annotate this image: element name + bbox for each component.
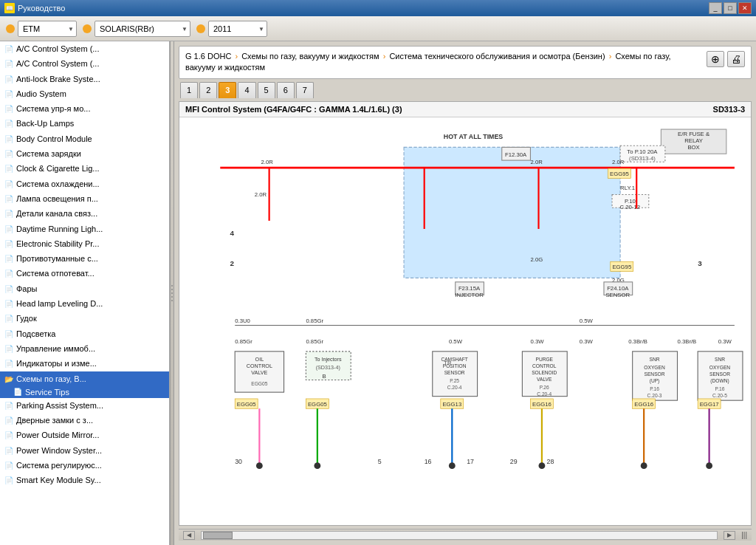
svg-text:28
          7
          87
  : 28 7 87 88 66 71 EGG21 EGG-K Engine — [547, 458, 554, 465]
scroll-indicator: ||| — [741, 531, 747, 539]
resize-dots — [171, 285, 173, 301]
service-tips-icon: 📄 — [13, 388, 22, 396]
ac1-icon: 📄 — [4, 44, 13, 54]
etm-dropdown[interactable]: ETM EWD SRM — [18, 21, 77, 37]
sidebar-item-ac2[interactable]: 📄 A/C Control System (... — [0, 56, 169, 71]
sidebar-item-detali[interactable]: 📄 Детали канала связ... — [0, 206, 169, 221]
breadcrumb-part2: Схемы по газу, вакууму и жидкостям — [241, 52, 379, 61]
svg-text:0.85Gr: 0.85Gr — [306, 338, 323, 345]
etm-dropdown-wrapper: ETM EWD SRM ▼ — [18, 21, 77, 37]
sidebar-item-audio[interactable]: 📄 Audio System — [0, 86, 169, 101]
tab-1[interactable]: 1 — [180, 82, 198, 98]
svg-text:0.85Gr: 0.85Gr — [235, 338, 252, 345]
tab-4[interactable]: 4 — [238, 82, 255, 98]
tab-3[interactable]: 3 — [219, 82, 236, 98]
svg-text:30: 30 — [235, 458, 242, 465]
sidebar-item-clock[interactable]: 📄 Clock & Cigarette Lig... — [0, 161, 169, 176]
scroll-thumb[interactable] — [203, 532, 233, 539]
sidebar-item-protivo[interactable]: 📄 Противотуманные с... — [0, 251, 169, 266]
svg-text:C.20-4: C.20-4 — [537, 391, 551, 396]
model-dropdown[interactable]: SOLARIS(RBr) ACCENT ELANTRA — [94, 21, 190, 37]
svg-text:P.16: P.16 — [650, 386, 659, 391]
sidebar-item-zaryadki[interactable]: 📄 Система зарядки — [0, 146, 169, 161]
tab-2[interactable]: 2 — [199, 82, 217, 98]
diagram-container: MFI Control System (G4FA/G4FC : GAMMA 1.… — [179, 101, 752, 526]
sidebar-item-sistema-reg[interactable]: 📄 Система регулируюс... — [0, 458, 169, 473]
breadcrumb-arrow3: › — [609, 52, 614, 61]
sidebar-item-immob[interactable]: 📄 Управление иммоб... — [0, 341, 169, 356]
svg-text:EGG95: EGG95 — [610, 171, 629, 177]
sidebar-item-power-window[interactable]: 📄 Power Window Syster... — [0, 443, 169, 458]
indikatory-icon: 📄 — [4, 359, 13, 369]
lampa-label: Лампа освещения п... — [16, 193, 166, 204]
zoom-in-button[interactable]: ⊕ — [707, 51, 724, 67]
svg-text:B: B — [323, 373, 326, 380]
svg-text:C.20-4: C.20-4 — [447, 384, 462, 389]
sidebar-item-lampa[interactable]: 📄 Лампа освещения п... — [0, 191, 169, 206]
tab-6[interactable]: 6 — [277, 82, 295, 98]
sistema-upr-label: Система упр-я мо... — [16, 103, 166, 114]
svg-text:2.0G: 2.0G — [530, 256, 543, 263]
svg-text:C.20-3: C.20-3 — [647, 393, 662, 398]
audio-label: Audio System — [16, 89, 166, 99]
diagram-content: HOT AT ALL TIMES E/R FUSE & RELAY BOX F1… — [179, 117, 751, 520]
sidebar-item-smart-key[interactable]: 📄 Smart Key Module Sy... — [0, 473, 169, 487]
svg-point-107 — [314, 462, 320, 469]
ohlazhd-icon: 📄 — [4, 179, 13, 189]
svg-text:16: 16 — [425, 458, 432, 465]
svg-text:F12.30A: F12.30A — [505, 151, 527, 157]
sidebar-item-gudok[interactable]: 📄 Гудок — [0, 311, 169, 326]
headlamp-icon: 📄 — [4, 299, 13, 309]
breadcrumb-controls: ⊕ 🖨 — [707, 51, 745, 67]
sidebar-item-electronic-stability[interactable]: 📄 Electronic Stability Pr... — [0, 236, 169, 251]
protivo-icon: 📄 — [4, 254, 13, 264]
svg-text:OXYGEN: OXYGEN — [644, 365, 665, 370]
scroll-left-button[interactable]: ◀ — [183, 531, 195, 540]
tab-7[interactable]: 7 — [296, 82, 314, 98]
close-button[interactable]: ✕ — [738, 2, 752, 14]
sidebar-item-ohlazhd[interactable]: 📄 Система охлаждени... — [0, 176, 169, 191]
scroll-right-button[interactable]: ▶ — [724, 531, 735, 540]
svg-text:0.3U0: 0.3U0 — [235, 318, 250, 324]
sidebar-item-headlamp[interactable]: 📄 Head lamp Leveling D... — [0, 296, 169, 311]
svg-text:5: 5 — [378, 458, 382, 465]
svg-text:VALVE: VALVE — [251, 370, 267, 376]
sidebar-item-body-control[interactable]: 📄 Body Control Module — [0, 131, 169, 146]
svg-text:(SD313-4): (SD313-4) — [316, 365, 340, 371]
horizontal-scrollbar[interactable] — [201, 531, 718, 540]
maximize-button[interactable]: □ — [724, 2, 737, 14]
sidebar-item-power-mirror[interactable]: 📄 Power Outside Mirror... — [0, 428, 169, 442]
headlamp-label: Head lamp Leveling D... — [16, 298, 166, 309]
svg-text:3: 3 — [698, 259, 702, 267]
otpotevat-icon: 📄 — [4, 269, 13, 278]
minimize-button[interactable]: _ — [709, 2, 722, 14]
sidebar-item-daytime[interactable]: 📄 Daytime Running Ligh... — [0, 222, 169, 236]
body-control-label: Body Control Module — [16, 134, 166, 144]
svg-text:SNR: SNR — [650, 357, 660, 362]
sidebar-item-backup[interactable]: 📄 Back-Up Lamps — [0, 116, 169, 131]
sidebar-item-ac1[interactable]: 📄 A/C Control System (... — [0, 41, 169, 56]
parking-icon: 📄 — [4, 401, 13, 411]
sidebar-sub-service-tips[interactable]: 📄 Service Tips — [0, 386, 169, 398]
print-button[interactable]: 🖨 — [727, 51, 745, 67]
clock-icon: 📄 — [4, 164, 13, 174]
sidebar-item-otpotevat[interactable]: 📄 Система отпотеват... — [0, 266, 169, 281]
sidebar-item-podsvetka[interactable]: 📄 Подсветка — [0, 326, 169, 341]
sidebar-item-fary[interactable]: 📄 Фары — [0, 281, 169, 296]
power-mirror-icon: 📄 — [4, 431, 13, 440]
svg-text:P.10: P.10 — [625, 197, 636, 204]
year-dropdown[interactable]: 2010 2011 2012 2013 — [208, 21, 267, 37]
podsvetka-icon: 📄 — [4, 329, 13, 339]
sidebar-item-antilock[interactable]: 📄 Anti-lock Brake Syste... — [0, 72, 169, 86]
skhemy-label: Схемы по газу, В... — [16, 374, 166, 384]
sidebar-item-dvornye[interactable]: 📄 Дверные замки с з... — [0, 413, 169, 428]
tab-5[interactable]: 5 — [258, 82, 275, 98]
sidebar-item-parking[interactable]: 📄 Parking Assist System... — [0, 398, 169, 413]
sidebar-item-sistema-upr[interactable]: 📄 Система упр-я мо... — [0, 101, 169, 116]
sidebar-item-skhemy[interactable]: 📂 Схемы по газу, В... — [0, 371, 169, 386]
etm-dropdown-group: ETM EWD SRM ▼ — [6, 21, 77, 37]
svg-text:EGG13: EGG13 — [442, 401, 461, 408]
main-container: 📄 A/C Control System (... 📄 A/C Control … — [0, 41, 756, 545]
sidebar-item-indikatory[interactable]: 📄 Индикаторы и изме... — [0, 356, 169, 371]
antilock-label: Anti-lock Brake Syste... — [16, 74, 166, 84]
